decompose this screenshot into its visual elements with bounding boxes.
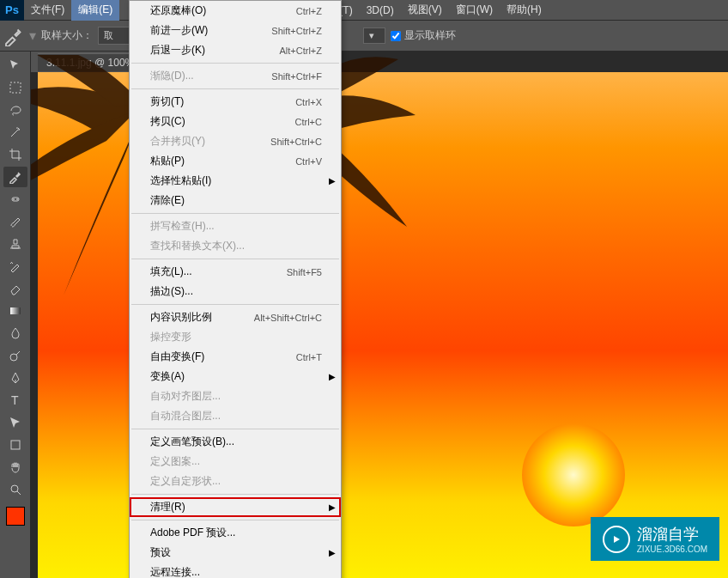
wand-tool[interactable] [3,122,27,143]
eraser-tool[interactable] [3,278,27,299]
eyedropper-tool[interactable] [3,167,27,187]
menu-item[interactable]: 还原魔棒(O)Ctrl+Z [130,1,341,21]
svg-rect-4 [10,307,21,314]
history-brush-tool[interactable] [3,256,27,277]
app-logo: Ps [0,0,24,21]
menu-help[interactable]: 帮助(H) [500,0,549,21]
pen-tool[interactable] [3,368,27,388]
show-ring-input[interactable] [391,31,401,41]
menu-item: 渐隐(D)...Shift+Ctrl+F [130,66,341,86]
marquee-tool[interactable] [3,77,27,98]
dodge-tool[interactable] [3,345,27,366]
blur-tool[interactable] [3,323,27,344]
sample-size-label: 取样大小： [41,28,93,43]
menu-item[interactable]: 内容识别比例Alt+Shift+Ctrl+C [130,307,341,327]
menu-item[interactable]: 后退一步(K)Alt+Ctrl+Z [130,40,341,60]
path-tool[interactable] [3,412,27,433]
toolbox: T [0,52,31,578]
options-dropdown2[interactable]: ▾ [363,27,385,44]
menu-item: 定义图案... [130,452,341,472]
watermark: 溜溜自学 ZIXUE.3D66.COM [591,517,719,561]
sample-size-dropdown[interactable]: 取 [98,27,130,45]
play-icon [603,526,630,553]
brush-tool[interactable] [3,211,27,232]
heal-tool[interactable] [3,189,27,210]
menu-window[interactable]: 窗口(W) [449,0,500,21]
menu-item[interactable]: 变换(A)▶ [130,367,341,386]
edit-dropdown-menu: 还原魔棒(O)Ctrl+Z前进一步(W)Shift+Ctrl+Z后退一步(K)A… [129,0,342,578]
menu-item[interactable]: 预设▶ [130,543,341,563]
menu-item[interactable]: Adobe PDF 预设... [130,523,341,543]
svg-point-5 [10,354,17,361]
show-ring-checkbox[interactable]: 显示取样环 [391,28,456,43]
menu-item: 拼写检查(H)... [130,216,341,236]
options-bar: ▾ 取样大小： 取 ▾ 显示取样环 [0,21,728,52]
menu-item[interactable]: 填充(L)...Shift+F5 [130,262,341,282]
eyedropper-icon [3,26,24,46]
menu-item[interactable]: 远程连接... [130,563,341,578]
menu-item[interactable]: 前进一步(W)Shift+Ctrl+Z [130,21,341,40]
svg-rect-7 [11,441,20,449]
menu-item: 自动混合图层... [130,406,341,426]
menu-item: 自动对齐图层... [130,386,341,406]
menu-item[interactable]: 描边(S)... [130,282,341,301]
menu-item[interactable]: 定义画笔预设(B)... [130,432,341,452]
menu-item[interactable]: 选择性粘贴(I)▶ [130,171,341,191]
type-tool[interactable]: T [3,390,27,411]
sun-graphic [522,423,625,526]
menu-view[interactable]: 视图(V) [401,0,449,21]
gradient-tool[interactable] [3,301,27,321]
svg-text:T: T [11,393,19,407]
menubar: Ps 文件(F) 编辑(E) (T) 3D(D) 视图(V) 窗口(W) 帮助(… [0,0,728,21]
menu-item[interactable]: 自由变换(F)Ctrl+T [130,347,341,367]
menu-item[interactable]: 剪切(T)Ctrl+X [130,92,341,112]
menu-file[interactable]: 文件(F) [24,0,71,21]
hand-tool[interactable] [3,457,27,478]
shape-tool[interactable] [3,435,27,455]
svg-point-3 [16,199,17,200]
lasso-tool[interactable] [3,100,27,120]
menu-item[interactable]: 清理(R)▶ [130,497,341,517]
menu-item[interactable]: 清除(E) [130,191,341,210]
svg-point-8 [11,485,18,492]
menu-item: 合并拷贝(Y)Shift+Ctrl+C [130,131,341,151]
zoom-tool[interactable] [3,479,27,500]
menu-item: 操控变形 [130,327,341,347]
menu-item[interactable]: 拷贝(C)Ctrl+C [130,112,341,131]
foreground-color[interactable] [6,507,25,526]
menu-item: 查找和替换文本(X)... [130,236,341,256]
menu-item: 定义自定形状... [130,472,341,491]
menu-edit[interactable]: 编辑(E) [71,0,119,21]
svg-point-2 [13,199,14,200]
crop-tool[interactable] [3,144,27,165]
stamp-tool[interactable] [3,234,27,254]
svg-rect-0 [10,82,21,93]
menu-3d[interactable]: 3D(D) [360,0,401,21]
move-tool[interactable] [3,55,27,76]
menu-item[interactable]: 粘贴(P)Ctrl+V [130,151,341,171]
